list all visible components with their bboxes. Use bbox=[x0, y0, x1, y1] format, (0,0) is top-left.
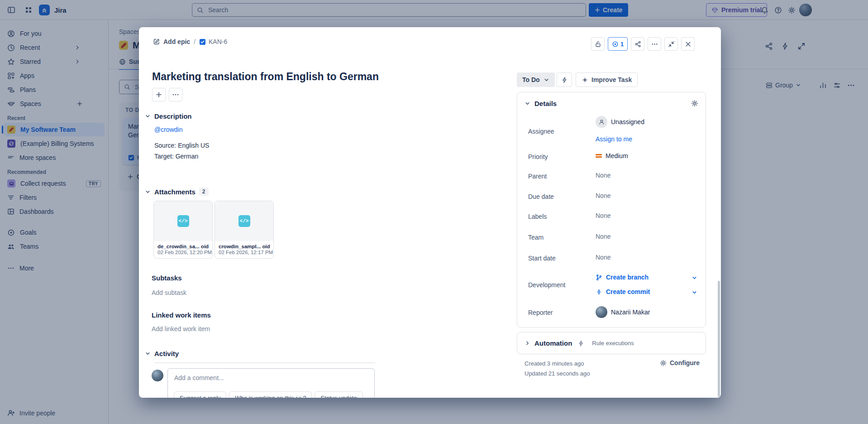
collapse-icon bbox=[668, 41, 675, 48]
attachment-filename: de_crowdin_sa... oid.xml bbox=[157, 244, 209, 249]
field-label-team: Team bbox=[528, 234, 544, 241]
field-value-labels[interactable]: None bbox=[596, 212, 610, 219]
lock-button[interactable] bbox=[591, 37, 605, 51]
field-label-assignee: Assignee bbox=[528, 128, 554, 135]
branch-icon bbox=[596, 274, 602, 281]
field-value-reporter[interactable]: Nazarii Makar bbox=[596, 306, 650, 318]
breadcrumb-separator: / bbox=[194, 38, 196, 45]
lightning-icon bbox=[561, 77, 568, 83]
comment-placeholder: Add a comment... bbox=[174, 374, 368, 381]
watch-icon bbox=[612, 41, 619, 48]
activity-divider bbox=[155, 362, 375, 363]
subtasks-section-header: Subtasks bbox=[152, 274, 182, 282]
issue-key-link[interactable]: KAN-6 bbox=[199, 38, 227, 45]
more-horizontal-icon bbox=[172, 91, 179, 98]
watch-count: 1 bbox=[620, 41, 624, 48]
attachment-item[interactable]: </> de_crowdin_sa... oid.xml 02 Feb 2026… bbox=[153, 201, 213, 259]
more-actions-button[interactable] bbox=[648, 37, 661, 51]
description-source: Source: English US bbox=[154, 142, 209, 149]
field-value-team[interactable]: None bbox=[596, 233, 610, 240]
attachment-thumbnail: </> bbox=[154, 201, 212, 241]
field-value-priority[interactable]: Medium bbox=[596, 152, 628, 159]
field-value-start-date[interactable]: None bbox=[596, 254, 610, 261]
assign-to-me-link[interactable]: Assign to me bbox=[596, 135, 632, 143]
sparkle-icon bbox=[582, 77, 588, 83]
attachments-section-header[interactable]: Attachments 2 bbox=[145, 188, 209, 196]
details-panel-header[interactable]: Details bbox=[525, 100, 557, 107]
activity-section-header[interactable]: Activity bbox=[145, 350, 179, 357]
field-label-labels: Labels bbox=[528, 213, 547, 220]
branch-dropdown-chevron[interactable] bbox=[692, 275, 697, 281]
jira-app: Jira Create Premium trial bbox=[0, 0, 868, 424]
task-checkbox-icon bbox=[199, 39, 206, 45]
issue-modal: Add epic / KAN-6 1 bbox=[139, 27, 721, 398]
share-button[interactable] bbox=[631, 37, 644, 51]
improve-task-button[interactable]: Improve Task bbox=[576, 72, 638, 87]
configure-button[interactable]: Configure bbox=[660, 359, 700, 366]
chevron-right-icon bbox=[525, 340, 530, 346]
close-icon bbox=[685, 41, 692, 48]
more-content-button[interactable] bbox=[169, 88, 182, 101]
commit-icon bbox=[596, 289, 602, 295]
xml-file-icon: </> bbox=[177, 215, 189, 227]
commit-dropdown-chevron[interactable] bbox=[692, 289, 697, 295]
gear-icon bbox=[660, 360, 667, 366]
quick-reply-suggest[interactable]: Suggest a reply bbox=[174, 391, 226, 398]
created-timestamp: Created 3 minutes ago bbox=[525, 360, 584, 367]
automation-bolt-icon bbox=[578, 340, 584, 347]
edit-icon bbox=[153, 38, 160, 45]
issue-title[interactable]: Marketing translation from English to Ge… bbox=[152, 71, 379, 83]
actions-lightning-button[interactable] bbox=[557, 72, 572, 87]
field-label-priority: Priority bbox=[528, 153, 548, 160]
attachment-filename: crowdin_sampl... oid.xml bbox=[219, 244, 270, 249]
field-value-due-date[interactable]: None bbox=[596, 192, 610, 199]
comment-box[interactable]: Add a comment... Suggest a reply Who is … bbox=[167, 368, 375, 398]
chevron-down-icon bbox=[525, 101, 530, 106]
details-settings-icon[interactable] bbox=[691, 100, 698, 107]
unlock-icon bbox=[595, 41, 601, 48]
quick-reply-who-working[interactable]: Who is working on this 👀? bbox=[229, 391, 312, 398]
add-linked-item-field[interactable]: Add linked work item bbox=[152, 325, 210, 332]
automation-panel: Automation Rule executions bbox=[517, 332, 706, 354]
create-branch-link[interactable]: Create branch bbox=[596, 274, 649, 281]
modal-scrollbar[interactable] bbox=[718, 281, 720, 397]
share-icon bbox=[634, 41, 641, 48]
unassigned-avatar-icon bbox=[596, 116, 607, 128]
field-label-reporter: Reporter bbox=[528, 309, 553, 316]
description-target: Target: German bbox=[154, 153, 198, 160]
create-commit-link[interactable]: Create commit bbox=[596, 288, 650, 295]
comment-avatar bbox=[152, 370, 163, 381]
close-modal-button[interactable] bbox=[681, 37, 695, 51]
description-mention[interactable]: @crowdin bbox=[154, 126, 182, 133]
watch-button[interactable]: 1 bbox=[608, 37, 628, 51]
collapse-modal-button[interactable] bbox=[664, 37, 678, 51]
attachment-date: 02 Feb 2026, 12:20 PM bbox=[157, 250, 209, 255]
add-epic-button[interactable]: Add epic bbox=[153, 38, 190, 45]
rule-executions-link[interactable]: Rule executions bbox=[592, 340, 634, 347]
add-subtask-field[interactable]: Add subtask bbox=[152, 289, 186, 296]
chevron-down-icon bbox=[145, 113, 151, 119]
xml-file-icon: </> bbox=[238, 215, 250, 227]
priority-medium-icon bbox=[596, 153, 602, 159]
quick-replies: Suggest a reply Who is working on this 👀… bbox=[174, 391, 363, 398]
attachment-thumbnail: </> bbox=[215, 201, 273, 241]
details-panel: Details Assignee Unassigned Assign to me… bbox=[517, 92, 706, 328]
field-label-due-date: Due date bbox=[528, 193, 554, 200]
attachments-count-badge: 2 bbox=[199, 188, 209, 196]
field-label-start-date: Start date bbox=[528, 255, 556, 262]
attachment-item[interactable]: </> crowdin_sampl... oid.xml 02 Feb 2026… bbox=[215, 201, 274, 259]
field-value-assignee[interactable]: Unassigned bbox=[596, 116, 644, 128]
status-dropdown[interactable]: To Do bbox=[517, 72, 555, 87]
description-section-header[interactable]: Description bbox=[145, 112, 192, 120]
field-label-development: Development bbox=[528, 281, 566, 289]
field-value-parent[interactable]: None bbox=[596, 172, 610, 179]
reporter-avatar bbox=[596, 306, 607, 318]
linked-items-section-header: Linked work items bbox=[152, 311, 211, 319]
chevron-down-icon bbox=[544, 77, 549, 83]
add-content-button[interactable] bbox=[152, 88, 166, 101]
more-horizontal-icon bbox=[651, 41, 658, 48]
quick-reply-status-update[interactable]: Status update bbox=[315, 391, 362, 398]
automation-panel-header[interactable]: Automation Rule executions bbox=[525, 339, 634, 347]
field-label-parent: Parent bbox=[528, 173, 547, 180]
plus-icon bbox=[155, 91, 162, 98]
